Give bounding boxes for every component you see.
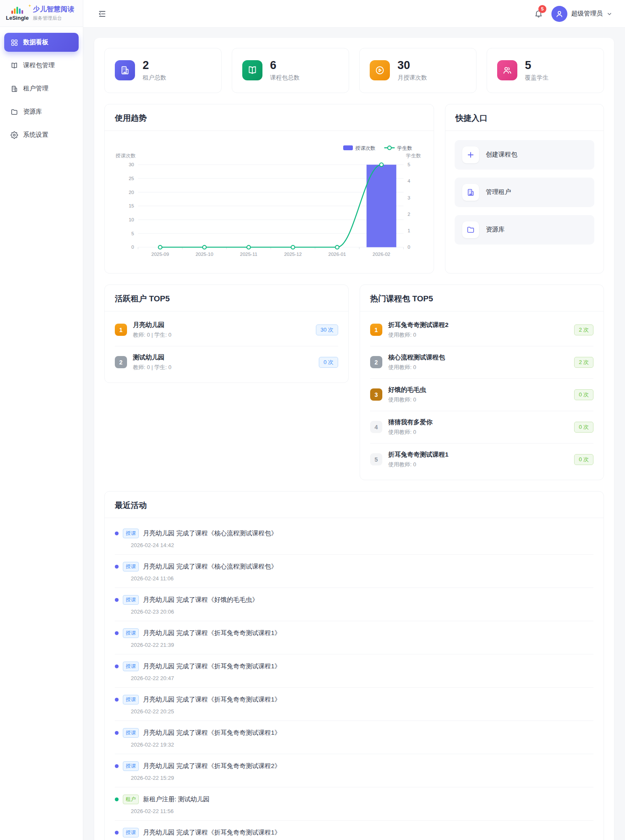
svg-text:授课次数: 授课次数 (355, 145, 376, 151)
brand-title: 少儿智慧阅读 (33, 5, 74, 14)
activity-item[interactable]: 授课 月亮幼儿园 完成了课程《折耳兔奇奇测试课程2》 2026-02-22 15… (115, 754, 593, 787)
brand-logo-area: LeSingle 少儿智慧阅读 服务管理后台 (0, 0, 83, 27)
activity-message: 月亮幼儿园 完成了课程《核心流程测试课程包》 (143, 529, 277, 537)
package-row[interactable]: 4 猜猜我有多爱你 使用教师: 0 0 次 (370, 411, 593, 443)
stat-value: 2 (143, 59, 166, 72)
quick-entry-manage-tenants[interactable]: 管理租户 (455, 178, 594, 207)
activity-dot (115, 831, 119, 835)
stat-value: 6 (270, 59, 299, 72)
package-row[interactable]: 1 折耳兔奇奇测试课程2 使用教师: 0 2 次 (370, 314, 593, 346)
chevron-down-icon (606, 11, 612, 17)
user-menu[interactable]: 超级管理员 (551, 6, 612, 22)
lesingle-logo-icon: LeSingle (6, 5, 29, 21)
activity-timestamp: 2026-02-22 19:32 (131, 742, 593, 748)
brand-subtitle: 服务管理后台 (33, 15, 74, 21)
avatar (551, 6, 567, 22)
sidebar-item-dashboard[interactable]: 数据看板 (4, 33, 79, 52)
svg-text:4: 4 (408, 178, 410, 183)
package-meta: 使用教师: 0 (388, 461, 568, 468)
quick-entry-label: 创建课程包 (486, 151, 517, 159)
sidebar-item-tenants[interactable]: 租户管理 (4, 79, 79, 98)
notification-bell-icon[interactable]: 5 (532, 8, 545, 20)
rank-badge: 4 (370, 421, 382, 433)
rank-badge: 1 (370, 324, 382, 336)
activity-item[interactable]: 授课 月亮幼儿园 完成了课程《折耳兔奇奇测试课程1》 2026-02-22 21… (115, 621, 593, 654)
activity-item[interactable]: 授课 月亮幼儿园 完成了课程《核心流程测试课程包》 2026-02-24 14:… (115, 521, 593, 554)
package-name: 折耳兔奇奇测试课程2 (388, 321, 568, 329)
tenant-row[interactable]: 1 月亮幼儿园 教师: 0 | 学生: 0 30 次 (115, 314, 338, 346)
quick-entry-list: 创建课程包 管理租户 (445, 131, 604, 254)
sidebar-item-resources[interactable]: 资源库 (4, 102, 79, 121)
activity-message: 月亮幼儿园 完成了课程《折耳兔奇奇测试课程1》 (143, 629, 281, 637)
usage-trend-chart-body: 051015202530012345授课次数学生数2025-092025-102… (105, 131, 434, 273)
plus-icon (462, 146, 479, 163)
header-right: 5 超级管理员 (532, 6, 612, 22)
sidebar-item-settings[interactable]: 系统设置 (4, 125, 79, 144)
stat-value: 30 (397, 59, 427, 72)
building-icon (462, 184, 479, 201)
activity-item[interactable]: 租户 新租户注册: 测试幼儿园 2026-02-22 11:56 (115, 787, 593, 820)
play-circle-icon (370, 60, 390, 80)
quick-entry-create-package[interactable]: 创建课程包 (455, 140, 594, 170)
top5-row: 活跃租户 TOP5 1 月亮幼儿园 教师: 0 | 学生: 0 30 次 (104, 284, 604, 480)
quick-entry-label: 资源库 (486, 226, 505, 234)
package-name: 猜猜我有多爱你 (388, 418, 568, 426)
sidebar: LeSingle 少儿智慧阅读 服务管理后台 数据看板 课程包管理 (0, 0, 83, 840)
activity-dot (115, 598, 119, 602)
rank-badge: 2 (115, 356, 127, 368)
tenant-row[interactable]: 2 测试幼儿园 教师: 0 | 学生: 0 0 次 (115, 346, 338, 378)
stat-label: 月授课次数 (397, 74, 427, 82)
activity-message: 月亮幼儿园 完成了课程《核心流程测试课程包》 (143, 563, 277, 571)
svg-text:2: 2 (408, 212, 410, 217)
usage-trend-chart: 051015202530012345授课次数学生数2025-092025-102… (112, 135, 426, 266)
activity-item[interactable]: 授课 月亮幼儿园 完成了课程《好饿的毛毛虫》 2026-02-23 20:06 (115, 587, 593, 621)
sparkle-icon (28, 4, 31, 7)
activity-type-tag: 授课 (123, 695, 139, 704)
gear-icon (10, 131, 19, 139)
package-row[interactable]: 5 折耳兔奇奇测试课程1 使用教师: 0 0 次 (370, 443, 593, 476)
usage-trend-card: 使用趋势 051015202530012345授课次数学生数2025-09202… (104, 104, 434, 274)
activity-message: 月亮幼儿园 完成了课程《折耳兔奇奇测试课程1》 (143, 729, 281, 737)
svg-text:学生数: 学生数 (406, 153, 421, 159)
usage-count-badge: 0 次 (319, 357, 338, 368)
activity-type-tag: 授课 (123, 529, 139, 538)
svg-text:10: 10 (129, 217, 134, 222)
stat-label: 覆盖学生 (525, 74, 548, 82)
sidebar-item-course-packages[interactable]: 课程包管理 (4, 56, 79, 75)
package-name: 核心流程测试课程包 (388, 354, 568, 362)
trend-row: 使用趋势 051015202530012345授课次数学生数2025-09202… (104, 104, 604, 274)
activity-message: 月亮幼儿园 完成了课程《好饿的毛毛虫》 (143, 596, 258, 604)
activity-type-tag: 租户 (123, 795, 139, 804)
collapse-sidebar-icon[interactable] (96, 8, 109, 20)
activity-list: 授课 月亮幼儿园 完成了课程《核心流程测试课程包》 2026-02-24 14:… (105, 518, 604, 840)
activity-item[interactable]: 授课 月亮幼儿园 完成了课程《折耳兔奇奇测试课程1》 2026-02-22 20… (115, 687, 593, 720)
activity-item[interactable]: 授课 月亮幼儿园 完成了课程《核心流程测试课程包》 2026-02-24 11:… (115, 554, 593, 587)
package-meta: 使用教师: 0 (388, 364, 568, 371)
svg-text:2025-12: 2025-12 (284, 252, 302, 257)
hot-packages-card: 热门课程包 TOP5 1 折耳兔奇奇测试课程2 使用教师: 0 2 次 (360, 284, 604, 480)
package-row[interactable]: 2 核心流程测试课程包 使用教师: 0 2 次 (370, 346, 593, 378)
user-name: 超级管理员 (571, 10, 603, 18)
package-meta: 使用教师: 0 (388, 428, 568, 436)
building-icon (10, 85, 19, 93)
hot-packages-list: 1 折耳兔奇奇测试课程2 使用教师: 0 2 次 2 (360, 311, 604, 480)
svg-text:20: 20 (129, 189, 134, 194)
activity-dot (115, 764, 119, 768)
stat-card-monthly-lessons: 30 月授课次数 (359, 48, 477, 93)
svg-text:2025-09: 2025-09 (151, 252, 169, 257)
stat-label: 课程包总数 (270, 74, 299, 82)
top-header: 5 超级管理员 (83, 0, 625, 28)
package-row[interactable]: 3 好饿的毛毛虫 使用教师: 0 0 次 (370, 378, 593, 411)
activity-dot (115, 631, 119, 635)
usage-count-badge: 2 次 (574, 357, 593, 368)
svg-text:25: 25 (129, 176, 134, 181)
quick-entry-resources[interactable]: 资源库 (455, 215, 594, 245)
activity-item[interactable]: 授课 月亮幼儿园 完成了课程《折耳兔奇奇测试课程1》 2026-02-22 20… (115, 654, 593, 687)
activity-type-tag: 授课 (123, 761, 139, 771)
tenant-meta: 教师: 0 | 学生: 0 (133, 331, 310, 339)
activity-type-tag: 授课 (123, 828, 139, 837)
folder-icon (10, 108, 19, 116)
sidebar-item-label: 数据看板 (23, 38, 48, 46)
activity-item[interactable]: 授课 月亮幼儿园 完成了课程《折耳兔奇奇测试课程1》 2026-02-21 20… (115, 820, 593, 840)
activity-item[interactable]: 授课 月亮幼儿园 完成了课程《折耳兔奇奇测试课程1》 2026-02-22 19… (115, 720, 593, 754)
